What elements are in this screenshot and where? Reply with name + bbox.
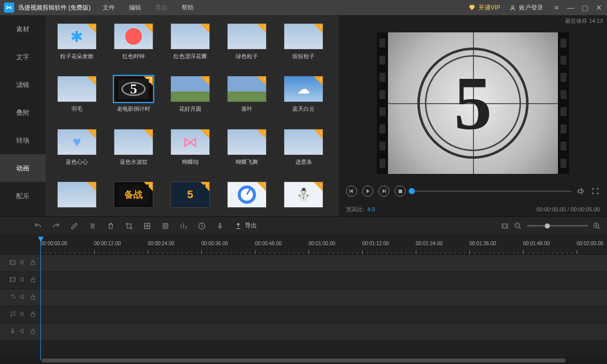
prev-frame-button[interactable] [346, 186, 357, 197]
asset-item[interactable]: ↓进度条 [280, 129, 327, 171]
asset-thumbnail[interactable]: ↓ [284, 23, 323, 50]
asset-thumbnail[interactable]: ↓5 [114, 76, 153, 102]
login-button[interactable]: 账户登录 [509, 4, 543, 12]
timeline-horizontal-scrollbar[interactable] [0, 357, 607, 364]
asset-item[interactable]: ↓5老电影倒计时 [110, 76, 157, 118]
menu-file[interactable]: 文件 [103, 4, 115, 12]
asset-item[interactable]: ↓蝴蝶结 [167, 129, 213, 171]
track-head[interactable] [0, 289, 40, 306]
sidebar-item-1[interactable]: 文字 [0, 43, 46, 71]
zoom-in-icon[interactable] [593, 222, 601, 230]
asset-thumbnail[interactable]: ↓ [57, 23, 97, 50]
track-sound-icon[interactable] [19, 259, 26, 267]
asset-item[interactable]: ↓缤纷粒子 [280, 23, 327, 66]
fullscreen-icon[interactable] [591, 187, 600, 196]
timeline-track[interactable] [0, 324, 607, 341]
timeline-track[interactable] [0, 306, 607, 324]
stop-button[interactable] [395, 186, 406, 197]
edit-button[interactable] [68, 219, 81, 233]
track-lock-icon[interactable] [29, 259, 36, 267]
asset-thumbnail[interactable]: ↓ [57, 129, 97, 155]
asset-thumbnail[interactable]: ↓ [114, 23, 153, 50]
asset-item[interactable]: ↓ [280, 181, 327, 216]
menu-edit[interactable]: 编辑 [129, 4, 141, 12]
progress-handle[interactable] [409, 188, 415, 194]
volume-icon[interactable] [577, 187, 586, 196]
track-sound-icon[interactable] [19, 276, 26, 285]
asset-grid[interactable]: ↓粒子花朵发散↓红色时钟↓红色漂浮花瓣↓绿色粒子↓缤纷粒子↓羽毛↓5老电影倒计时… [54, 23, 337, 216]
asset-item[interactable]: ↓ [54, 181, 100, 216]
timeline-track[interactable] [0, 289, 607, 306]
timeline-track[interactable] [0, 272, 607, 289]
asset-thumbnail[interactable]: ↓ [227, 181, 267, 208]
scrollbar-thumb[interactable] [41, 358, 566, 362]
asset-item[interactable]: ↓ [224, 181, 270, 216]
track-head[interactable] [0, 324, 40, 340]
track-lock-icon[interactable] [29, 276, 36, 285]
play-button[interactable] [362, 186, 373, 197]
sidebar-item-2[interactable]: 滤镜 [0, 71, 46, 99]
track-head[interactable] [0, 306, 40, 323]
asset-item[interactable]: ↓绿色粒子 [224, 23, 270, 66]
voice-button[interactable] [213, 219, 227, 233]
sidebar-item-3[interactable]: 叠附 [0, 99, 46, 126]
asset-item[interactable]: ↓蓝天白云 [280, 76, 327, 118]
asset-thumbnail[interactable]: ↓ [170, 129, 210, 155]
preview-frame[interactable]: 5 [339, 26, 607, 180]
asset-thumbnail[interactable]: ↓ [227, 23, 267, 50]
timeline-track[interactable] [0, 255, 607, 272]
asset-item[interactable]: ↓5 [167, 181, 213, 216]
zoom-slider[interactable] [527, 225, 588, 226]
zoom-out-icon[interactable] [514, 222, 522, 230]
split-button[interactable] [86, 219, 99, 233]
asset-thumbnail[interactable]: ↓ [57, 76, 97, 102]
asset-item[interactable]: ↓羽毛 [54, 76, 100, 118]
mosaic-button[interactable] [141, 219, 154, 233]
track-body[interactable] [40, 272, 607, 289]
asset-item[interactable]: ↓备战 [110, 181, 157, 216]
asset-thumbnail[interactable]: ↓ [114, 129, 153, 155]
hamburger-icon[interactable]: ≡ [552, 4, 560, 11]
asset-thumbnail[interactable]: ↓ [284, 129, 323, 155]
redo-button[interactable] [50, 219, 63, 233]
zoom-handle[interactable] [545, 223, 550, 229]
asset-item[interactable]: ↓粒子花朵发散 [54, 23, 100, 66]
fit-icon[interactable] [501, 222, 509, 230]
asset-thumbnail[interactable]: ↓ [57, 181, 97, 208]
track-lock-icon[interactable] [29, 328, 36, 336]
track-sound-icon[interactable] [19, 293, 26, 302]
crop-button[interactable] [122, 219, 136, 233]
asset-item[interactable]: ↓蝴蝶飞舞 [224, 129, 270, 171]
sidebar-item-4[interactable]: 转场 [0, 126, 46, 154]
freeze-button[interactable] [159, 219, 172, 233]
undo-button[interactable] [31, 219, 45, 233]
vip-button[interactable]: 开通VIP [468, 4, 500, 12]
track-head[interactable] [0, 272, 40, 289]
track-lock-icon[interactable] [29, 310, 36, 319]
asset-thumbnail[interactable]: ↓ [170, 23, 210, 50]
track-body[interactable] [40, 255, 607, 271]
track-head[interactable] [0, 255, 40, 271]
track-sound-icon[interactable] [19, 310, 26, 319]
asset-item[interactable]: ↓红色时钟 [110, 23, 157, 66]
track-body[interactable] [40, 324, 607, 340]
asset-item[interactable]: ↓蓝色水波纹 [110, 129, 157, 171]
menu-export[interactable]: 导出 [155, 4, 167, 12]
asset-thumbnail[interactable]: ↓5 [170, 181, 210, 208]
close-button[interactable]: ✕ [595, 4, 603, 11]
asset-thumbnail[interactable]: ↓ [170, 76, 210, 102]
track-lock-icon[interactable] [29, 293, 36, 302]
minimize-button[interactable]: — [567, 4, 575, 11]
sidebar-item-0[interactable]: 素材 [0, 15, 46, 43]
timeline-ruler[interactable]: 00:00:00.0000:00:12.0000:00:24.0000:00:3… [40, 235, 607, 255]
sidebar-item-5[interactable]: 动画 [0, 154, 46, 182]
asset-item[interactable]: ↓落叶 [224, 76, 270, 118]
next-frame-button[interactable] [378, 186, 389, 197]
adjust-button[interactable] [177, 219, 190, 233]
menu-help[interactable]: 帮助 [182, 4, 194, 12]
track-sound-icon[interactable] [19, 328, 26, 336]
playhead[interactable] [40, 237, 41, 360]
speed-button[interactable] [195, 219, 208, 233]
export-button[interactable]: 导出 [235, 221, 257, 230]
asset-item[interactable]: ↓花好月圆 [167, 76, 213, 118]
